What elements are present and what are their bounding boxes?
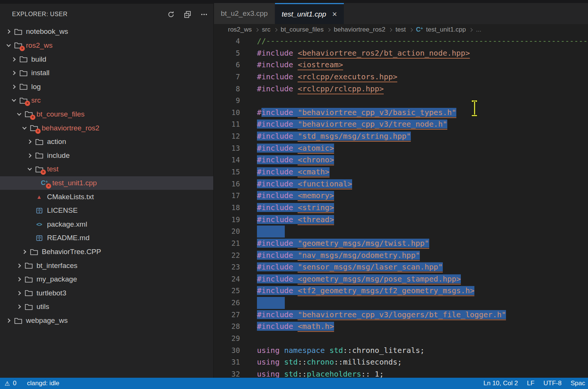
editor-code-area[interactable]: 4//-------------------------------------… [214, 35, 588, 378]
code-token [325, 346, 330, 355]
close-tab-icon[interactable]: × [332, 10, 337, 18]
chevron-right-icon [15, 289, 23, 297]
chevron-right-icon [389, 28, 392, 32]
eol-indicator[interactable]: LF [527, 380, 535, 387]
line-number: 25 [214, 285, 257, 297]
tab-label: bt_u2_ex3.cpp [221, 9, 268, 18]
tree-item-test_unit1.cpp[interactable]: C+×test_unit1.cpp [0, 176, 213, 190]
tree-item-label: behaviortree_ros2 [42, 124, 99, 132]
code-line-16[interactable]: 16#include <functional> [214, 178, 588, 190]
line-number: 15 [214, 166, 257, 178]
code-token [293, 84, 298, 93]
refresh-explorer-icon[interactable] [167, 10, 175, 18]
breadcrumb-item-behaviortree_ros2[interactable]: behaviortree_ros2 [334, 26, 385, 33]
encoding-indicator[interactable]: UTF-8 [544, 380, 562, 387]
code-line-5[interactable]: 5#include <behaviortree_ros2/bt_action_n… [214, 47, 588, 59]
code-line-26[interactable]: 26 [214, 297, 588, 309]
code-line-18[interactable]: 18#include <string> [214, 202, 588, 214]
tree-item-CMakeLists.txt[interactable]: ▲CMakeLists.txt [0, 190, 213, 204]
tree-item-src[interactable]: ×src [0, 94, 213, 107]
code-line-4[interactable]: 4//-------------------------------------… [214, 35, 588, 47]
code-line-10[interactable]: 10#include "behaviortree_cpp_v3/basic_ty… [214, 107, 588, 119]
code-line-28[interactable]: 28#include <math.h> [214, 321, 588, 333]
tab-bt_u2_ex3.cpp[interactable]: bt_u2_ex3.cpp [214, 3, 275, 24]
tree-item-install[interactable]: install [0, 66, 213, 80]
chevron-spacer [26, 193, 34, 201]
code-line-29[interactable]: 29 [214, 333, 588, 345]
tree-item-label: test_unit1.cpp [52, 179, 97, 187]
code-text [257, 333, 588, 345]
code-text: #include "nav_msgs/msg/odometry.hpp" [257, 250, 588, 262]
problems-indicator[interactable]: ⚠ 0 [0, 380, 17, 387]
tree-item-action[interactable]: action [0, 135, 213, 149]
tree-item-ros2_ws[interactable]: ×ros2_ws [0, 39, 213, 53]
warning-count: 0 [13, 380, 16, 387]
tree-item-log[interactable]: log [0, 80, 213, 94]
tree-item-README.md[interactable]: README.md [0, 231, 213, 245]
code-line-17[interactable]: 17#include <memory> [214, 190, 588, 202]
code-line-27[interactable]: 27#include "behaviortree_cpp_v3/loggers/… [214, 309, 588, 321]
code-token [293, 144, 298, 153]
tree-item-bt_course_files[interactable]: ×bt_course_files [0, 107, 213, 121]
folder-icon [18, 82, 29, 91]
code-line-21[interactable]: 21#include "geometry_msgs/msg/twist.hpp" [214, 238, 588, 250]
code-text: #include "behaviortree_cpp_v3/basic_type… [257, 107, 588, 119]
code-text: using namespace std::chrono_literals; [257, 345, 588, 357]
tree-item-LICENSE[interactable]: LICENSE [0, 204, 213, 218]
tree-item-bt_interfaces[interactable]: bt_interfaces [0, 259, 213, 272]
code-line-20[interactable]: 20 [214, 226, 588, 238]
breadcrumb-item-bt_course_files[interactable]: bt_course_files [281, 26, 324, 33]
code-line-15[interactable]: 15#include <cmath> [214, 166, 588, 178]
code-line-12[interactable]: 12#include "std_msgs/msg/string.hpp" [214, 130, 588, 142]
code-token: #include [257, 262, 293, 271]
code-line-31[interactable]: 31using std::chrono::milliseconds; [214, 356, 588, 368]
tree-item-include[interactable]: include [0, 148, 213, 162]
more-actions-icon[interactable] [200, 10, 208, 18]
tree-item-utils[interactable]: utils [0, 300, 213, 314]
code-line-25[interactable]: 25#include <tf2_geometry_msgs/tf2_geomet… [214, 285, 588, 297]
code-line-7[interactable]: 7#include <rclcpp/executors.hpp> [214, 71, 588, 83]
chevron-right-icon [10, 83, 18, 91]
tree-item-behaviortree_ros2[interactable]: ×behaviortree_ros2 [0, 121, 213, 135]
breadcrumb-item-file[interactable]: test_unit1.cpp [426, 26, 466, 33]
code-line-6[interactable]: 6#include <iostream> [214, 59, 588, 71]
tree-item-BehaviorTree.CPP[interactable]: BehaviorTree.CPP [0, 245, 213, 259]
code-line-13[interactable]: 13#include <atomic> [214, 142, 588, 154]
file-tree: notebook_ws×ros2_wsbuildinstalllog×src×b… [0, 25, 213, 327]
cursor-position[interactable]: Ln 10, Col 2 [483, 380, 518, 387]
tree-item-label: src [31, 96, 41, 104]
code-token [280, 346, 284, 355]
tree-item-package.xml[interactable]: <>package.xml [0, 218, 213, 232]
code-text: using std::chrono::milliseconds; [257, 356, 588, 368]
code-line-11[interactable]: 11#include "behaviortree_cpp_v3/tree_nod… [214, 118, 588, 130]
code-line-30[interactable]: 30using namespace std::chrono_literals; [214, 345, 588, 357]
selection-highlight: #include <cmath> [257, 167, 330, 176]
code-line-9[interactable]: 9 [214, 95, 588, 107]
breadcrumb-item-src[interactable]: src [262, 26, 270, 33]
breadcrumb-overflow[interactable]: ... [476, 26, 481, 33]
code-line-14[interactable]: 14#include <chrono> [214, 154, 588, 166]
collapse-folders-icon[interactable] [183, 10, 191, 18]
tree-item-turtlebot3[interactable]: turtlebot3 [0, 286, 213, 300]
code-line-32[interactable]: 32using std::placeholders::_1; [214, 368, 588, 378]
code-text: #include "geometry_msgs/msg/twist.hpp" [257, 238, 588, 250]
code-token: ::milliseconds; [334, 357, 402, 366]
tree-item-my_package[interactable]: my_package [0, 272, 213, 286]
code-token [293, 48, 298, 58]
indent-indicator[interactable]: Spac [571, 380, 585, 387]
folder-icon [23, 289, 34, 298]
code-line-23[interactable]: 23#include "sensor_msgs/msg/laser_scan.h… [214, 261, 588, 273]
code-line-22[interactable]: 22#include "nav_msgs/msg/odometry.hpp" [214, 250, 588, 262]
breadcrumb-item-ros2_ws[interactable]: ros2_ws [228, 26, 252, 33]
tree-item-build[interactable]: build [0, 52, 213, 66]
tab-test_unit1.cpp[interactable]: test_unit1.cpp× [275, 3, 344, 24]
tree-item-webpage_ws[interactable]: webpage_ws [0, 314, 213, 328]
code-line-19[interactable]: 19#include <thread> [214, 214, 588, 226]
breadcrumb-item-test[interactable]: test [395, 26, 406, 33]
clangd-status[interactable]: clangd: idle [27, 380, 59, 387]
tree-item-notebook_ws[interactable]: notebook_ws [0, 25, 213, 39]
code-line-24[interactable]: 24#include <geometry_msgs/msg/pose_stamp… [214, 273, 588, 285]
code-line-8[interactable]: 8#include <rclcpp/rclcpp.hpp> [214, 83, 588, 95]
selection-highlight: #include <thread> [257, 215, 334, 224]
tree-item-test[interactable]: ×test [0, 162, 213, 176]
